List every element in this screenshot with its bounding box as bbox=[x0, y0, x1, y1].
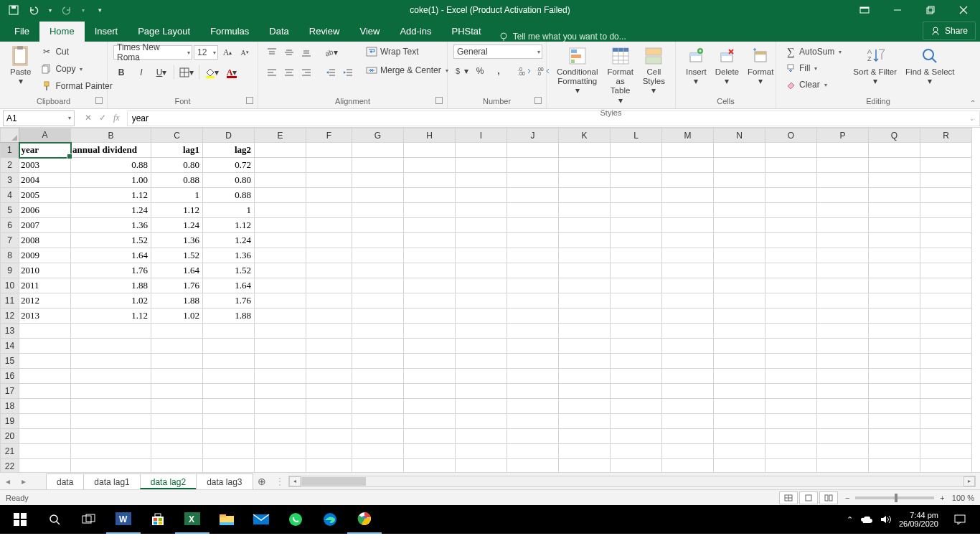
cell[interactable]: annual dividend bbox=[71, 143, 151, 158]
cell[interactable] bbox=[662, 203, 714, 218]
cell[interactable] bbox=[611, 309, 662, 324]
cell[interactable] bbox=[559, 339, 611, 354]
tab-phstat[interactable]: PHStat bbox=[441, 22, 491, 42]
cell[interactable] bbox=[869, 399, 920, 414]
cell[interactable] bbox=[662, 233, 714, 248]
row-header[interactable]: 6 bbox=[1, 218, 19, 233]
cell[interactable] bbox=[662, 399, 714, 414]
sheet-tab-data[interactable]: data bbox=[46, 474, 84, 489]
cell[interactable] bbox=[456, 414, 507, 429]
align-top-icon[interactable] bbox=[264, 44, 280, 60]
italic-button[interactable]: I bbox=[133, 65, 149, 80]
cell[interactable] bbox=[869, 158, 920, 173]
cell[interactable] bbox=[559, 263, 611, 278]
cell[interactable] bbox=[817, 369, 869, 384]
cell[interactable] bbox=[203, 339, 255, 354]
cell[interactable] bbox=[306, 339, 352, 354]
cell[interactable] bbox=[920, 233, 972, 248]
paste-button[interactable]: Paste ▾ bbox=[6, 44, 35, 88]
cell[interactable] bbox=[611, 444, 662, 459]
cell[interactable] bbox=[817, 309, 869, 324]
cell[interactable] bbox=[869, 384, 920, 399]
formula-input[interactable]: year⌄ bbox=[127, 110, 980, 126]
cell[interactable] bbox=[255, 399, 306, 414]
cell[interactable] bbox=[404, 324, 456, 339]
cell[interactable] bbox=[255, 158, 306, 173]
cell[interactable] bbox=[920, 459, 972, 473]
cell[interactable] bbox=[19, 369, 71, 384]
cell[interactable]: 1 bbox=[151, 188, 203, 203]
row-header[interactable]: 2 bbox=[1, 158, 19, 173]
cell[interactable] bbox=[765, 158, 817, 173]
cell[interactable] bbox=[662, 429, 714, 444]
cell[interactable] bbox=[920, 354, 972, 369]
column-header[interactable]: M bbox=[662, 128, 714, 143]
cell[interactable] bbox=[611, 399, 662, 414]
cell[interactable] bbox=[352, 444, 404, 459]
cell[interactable] bbox=[817, 384, 869, 399]
cell[interactable] bbox=[151, 339, 203, 354]
cell[interactable] bbox=[151, 444, 203, 459]
dialog-launcher-icon[interactable] bbox=[95, 97, 103, 104]
maximize-button[interactable] bbox=[914, 0, 947, 20]
cell[interactable] bbox=[203, 324, 255, 339]
cell[interactable] bbox=[71, 414, 151, 429]
column-header[interactable]: A bbox=[19, 128, 71, 143]
cell[interactable]: 2005 bbox=[19, 188, 71, 203]
cell[interactable] bbox=[765, 293, 817, 309]
cell[interactable] bbox=[817, 158, 869, 173]
cell[interactable] bbox=[507, 399, 559, 414]
row-header[interactable]: 11 bbox=[1, 293, 19, 309]
cell[interactable] bbox=[611, 278, 662, 293]
row-header[interactable]: 18 bbox=[1, 399, 19, 414]
cell[interactable] bbox=[507, 203, 559, 218]
cell[interactable] bbox=[456, 399, 507, 414]
save-icon[interactable] bbox=[7, 4, 20, 17]
cell[interactable] bbox=[255, 429, 306, 444]
number-format-select[interactable]: General▾ bbox=[453, 44, 542, 59]
bold-button[interactable]: B bbox=[113, 65, 129, 80]
cell[interactable] bbox=[817, 293, 869, 309]
tab-file[interactable]: File bbox=[4, 22, 39, 42]
orientation-button[interactable]: ab▾ bbox=[323, 44, 339, 60]
cell[interactable] bbox=[714, 263, 765, 278]
cell[interactable] bbox=[611, 414, 662, 429]
cell[interactable] bbox=[920, 278, 972, 293]
cell[interactable] bbox=[611, 384, 662, 399]
cell[interactable] bbox=[920, 429, 972, 444]
cell[interactable] bbox=[507, 263, 559, 278]
cell[interactable] bbox=[817, 399, 869, 414]
cell[interactable] bbox=[662, 158, 714, 173]
cell[interactable] bbox=[817, 203, 869, 218]
cell[interactable] bbox=[869, 444, 920, 459]
cell[interactable] bbox=[352, 143, 404, 158]
tray-clock[interactable]: 7:44 pm26/09/2020 bbox=[899, 511, 938, 528]
cell[interactable] bbox=[404, 429, 456, 444]
cell[interactable] bbox=[352, 278, 404, 293]
cell[interactable] bbox=[714, 354, 765, 369]
cell[interactable] bbox=[611, 158, 662, 173]
scroll-left-button[interactable]: ◂ bbox=[289, 476, 301, 486]
cell[interactable] bbox=[920, 248, 972, 263]
cell[interactable] bbox=[404, 173, 456, 188]
cell[interactable] bbox=[306, 309, 352, 324]
tab-formulas[interactable]: Formulas bbox=[200, 22, 259, 42]
column-header[interactable]: H bbox=[404, 128, 456, 143]
align-bottom-icon[interactable] bbox=[298, 44, 314, 60]
cell[interactable] bbox=[869, 414, 920, 429]
cell[interactable] bbox=[507, 309, 559, 324]
cell[interactable] bbox=[662, 248, 714, 263]
cell[interactable] bbox=[817, 248, 869, 263]
cell[interactable] bbox=[71, 324, 151, 339]
column-header[interactable]: C bbox=[151, 128, 203, 143]
cell[interactable] bbox=[507, 233, 559, 248]
row-header[interactable]: 9 bbox=[1, 263, 19, 278]
column-header[interactable]: G bbox=[352, 128, 404, 143]
row-header[interactable]: 14 bbox=[1, 339, 19, 354]
cell[interactable] bbox=[456, 429, 507, 444]
cell[interactable] bbox=[611, 429, 662, 444]
taskbar-whatsapp-icon[interactable] bbox=[278, 505, 313, 534]
decrease-indent-icon[interactable] bbox=[323, 65, 339, 80]
cell[interactable] bbox=[255, 188, 306, 203]
cell[interactable] bbox=[765, 399, 817, 414]
